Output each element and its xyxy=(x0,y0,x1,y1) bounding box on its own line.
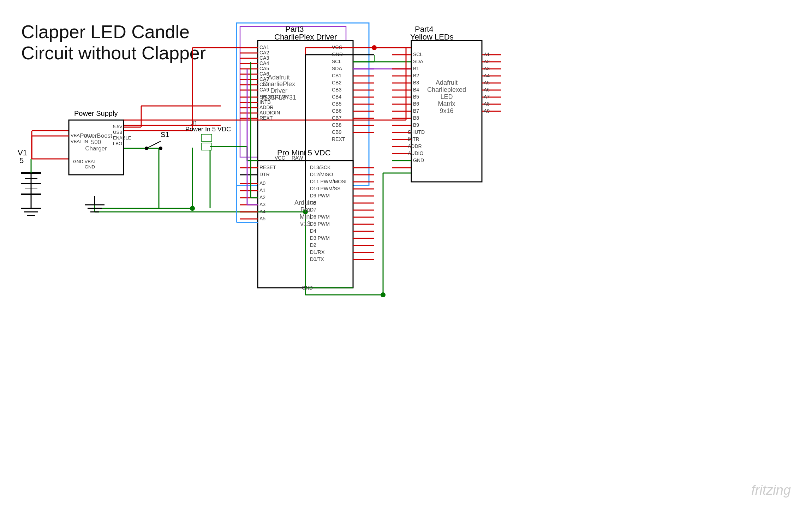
svg-text:ADDR: ADDR xyxy=(408,143,422,149)
svg-text:Power In 5 VDC: Power In 5 VDC xyxy=(185,126,231,133)
svg-text:CB8: CB8 xyxy=(332,122,341,128)
svg-text:A5: A5 xyxy=(484,80,490,85)
svg-text:AUDIO: AUDIO xyxy=(408,150,423,156)
svg-text:D8: D8 xyxy=(310,200,316,206)
svg-text:A2: A2 xyxy=(484,59,490,64)
svg-text:INTB: INTB xyxy=(259,99,271,105)
svg-text:CA5: CA5 xyxy=(259,66,269,71)
svg-text:Yellow LEDs: Yellow LEDs xyxy=(410,32,454,41)
svg-text:D11 PWM/MOSI: D11 PWM/MOSI xyxy=(310,179,346,184)
svg-text:SHUTDOWN: SHUTDOWN xyxy=(259,94,288,100)
svg-point-144 xyxy=(145,147,148,150)
svg-text:GND: GND xyxy=(413,157,424,163)
svg-text:AUDIOIN: AUDIOIN xyxy=(259,110,280,115)
svg-text:D10 PWM/SS: D10 PWM/SS xyxy=(310,186,340,191)
svg-text:CB2: CB2 xyxy=(332,80,341,85)
svg-text:B7: B7 xyxy=(413,108,419,114)
svg-text:9x16: 9x16 xyxy=(440,107,453,114)
svg-text:Power Supply: Power Supply xyxy=(74,109,118,117)
svg-text:D6 PWM: D6 PWM xyxy=(310,214,330,220)
svg-text:INTR: INTR xyxy=(408,136,419,142)
svg-text:A5: A5 xyxy=(259,216,265,221)
svg-text:VBAT IN: VBAT IN xyxy=(71,139,88,144)
svg-text:SCL: SCL xyxy=(413,52,423,57)
svg-text:VCC: VCC xyxy=(275,155,285,161)
svg-text:GND: GND xyxy=(85,164,95,169)
svg-text:D12/MISO: D12/MISO xyxy=(310,172,333,177)
svg-text:A9: A9 xyxy=(484,108,490,114)
svg-text:A1: A1 xyxy=(484,52,490,57)
svg-text:A1: A1 xyxy=(259,187,265,193)
svg-rect-141 xyxy=(201,134,212,141)
svg-text:VCC: VCC xyxy=(332,44,342,50)
svg-line-143 xyxy=(147,141,161,148)
svg-text:REXT: REXT xyxy=(259,115,273,121)
svg-text:GND VBAT: GND VBAT xyxy=(73,159,96,164)
svg-text:CB4: CB4 xyxy=(332,94,341,100)
svg-text:D7: D7 xyxy=(310,207,316,213)
svg-text:B2: B2 xyxy=(413,73,419,78)
svg-text:D13/SCK: D13/SCK xyxy=(310,165,331,170)
svg-text:5: 5 xyxy=(19,156,24,165)
svg-text:CA8: CA8 xyxy=(259,82,269,87)
svg-text:D3 PWM: D3 PWM xyxy=(310,235,330,241)
svg-text:REXT: REXT xyxy=(332,136,345,142)
svg-text:LBO: LBO xyxy=(113,141,122,146)
svg-text:CA9: CA9 xyxy=(259,87,269,93)
svg-text:A8: A8 xyxy=(484,101,490,107)
svg-text:CB7: CB7 xyxy=(332,115,341,121)
svg-text:500: 500 xyxy=(91,139,101,145)
svg-text:CA4: CA4 xyxy=(259,60,269,66)
svg-text:CB5: CB5 xyxy=(332,101,341,107)
svg-text:USB: USB xyxy=(113,130,123,135)
svg-text:B1: B1 xyxy=(413,66,419,71)
svg-text:CB9: CB9 xyxy=(332,129,341,135)
svg-text:A4: A4 xyxy=(259,209,265,214)
svg-text:D1/RX: D1/RX xyxy=(310,249,325,255)
svg-text:CB3: CB3 xyxy=(332,87,341,93)
svg-text:CA3: CA3 xyxy=(259,55,269,61)
svg-text:GND: GND xyxy=(332,52,343,57)
svg-text:GND: GND xyxy=(302,285,313,291)
svg-text:CA6: CA6 xyxy=(259,71,269,77)
svg-text:RAW: RAW xyxy=(292,155,303,161)
svg-point-9 xyxy=(190,206,195,211)
svg-text:CharliePlex Driver: CharliePlex Driver xyxy=(274,32,337,41)
svg-text:CA1: CA1 xyxy=(259,44,269,50)
svg-text:A3: A3 xyxy=(259,202,265,207)
svg-text:A0: A0 xyxy=(259,180,265,186)
svg-text:ENABLE: ENABLE xyxy=(113,135,131,141)
svg-text:B9: B9 xyxy=(413,122,419,128)
svg-text:D0/TX: D0/TX xyxy=(310,256,324,262)
svg-text:A6: A6 xyxy=(484,87,490,93)
svg-text:B8: B8 xyxy=(413,115,419,121)
svg-text:SDA: SDA xyxy=(413,59,423,64)
svg-text:A7: A7 xyxy=(484,94,490,100)
svg-text:A3: A3 xyxy=(484,66,490,71)
svg-text:Mini: Mini xyxy=(299,213,311,220)
svg-text:A2: A2 xyxy=(259,195,265,200)
svg-text:B6: B6 xyxy=(413,101,419,107)
svg-text:S1: S1 xyxy=(161,131,169,138)
svg-text:B5: B5 xyxy=(413,94,419,100)
svg-text:Charger: Charger xyxy=(85,145,107,152)
svg-text:ADDR: ADDR xyxy=(259,105,274,110)
svg-text:SCL: SCL xyxy=(332,59,341,64)
svg-text:Charlieplexed: Charlieplexed xyxy=(427,86,466,93)
svg-text:D4: D4 xyxy=(310,228,316,234)
svg-text:CB6: CB6 xyxy=(332,108,341,114)
svg-text:CB1: CB1 xyxy=(332,73,341,78)
svg-text:D5 PWM: D5 PWM xyxy=(310,221,330,227)
svg-text:SDA: SDA xyxy=(332,66,342,71)
svg-text:A4: A4 xyxy=(484,73,490,78)
svg-text:D9 PWM: D9 PWM xyxy=(310,193,330,198)
svg-text:VBAT OUT: VBAT OUT xyxy=(71,133,93,138)
svg-text:RESET: RESET xyxy=(259,165,276,170)
svg-text:Adafruit: Adafruit xyxy=(268,74,290,81)
svg-text:CA2: CA2 xyxy=(259,50,269,55)
svg-point-145 xyxy=(159,147,162,150)
svg-text:Matrix: Matrix xyxy=(438,100,455,107)
svg-text:DTR: DTR xyxy=(259,172,270,177)
svg-text:Pro Mini 5 VDC: Pro Mini 5 VDC xyxy=(277,148,331,157)
svg-text:D2: D2 xyxy=(310,242,316,248)
